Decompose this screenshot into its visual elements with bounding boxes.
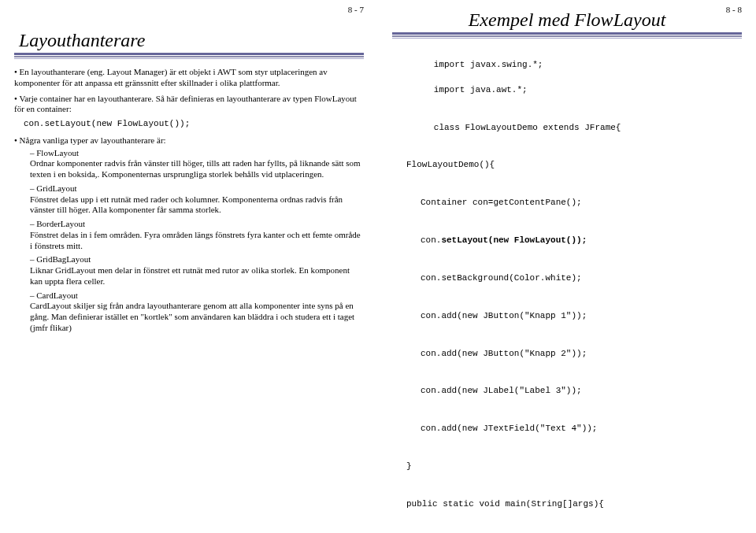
slide-title: Exempel med FlowLayout	[392, 9, 742, 31]
intro-paragraph: En layouthanterare (eng. Layout Manager)…	[14, 67, 364, 89]
item-gridlayout: GridLayoutFönstret delas upp i ett rutnä…	[30, 183, 364, 216]
page-number: 8 - 7	[348, 5, 364, 14]
item-borderlayout: BorderLayoutFönstret delas in i fem områ…	[30, 219, 364, 251]
page-number: 8 - 8	[726, 5, 742, 14]
slide-title: Layouthanterare	[14, 30, 364, 51]
title-underline	[392, 32, 742, 39]
slide-layouthanterare: 8 - 7 Layouthanterare En layouthanterare…	[0, 0, 378, 533]
container-paragraph: Varje container har en layouthanterare. …	[14, 94, 364, 131]
code-line: FlowLayoutDemo(){	[392, 159, 742, 172]
code-line: }	[392, 461, 742, 473]
code-line: con.setBackground(Color.white);	[392, 272, 742, 285]
code-line: class FlowLayoutDemo extends JFrame{	[434, 123, 621, 132]
slide-flowlayout-example: 8 - 8 Exempel med FlowLayout import java…	[378, 0, 756, 533]
title-underline	[14, 53, 364, 59]
item-flowlayout: FlowLayoutOrdnar komponenter radvis från…	[30, 148, 364, 180]
code-block: import javax.swing.*; import java.awt.*;…	[392, 46, 742, 533]
code-line: con.add(new JButton("Knapp 1"));	[392, 310, 742, 323]
item-cardlayout: CardLayoutCardLayout skiljer sig från an…	[30, 291, 364, 334]
code-line: Container con=getContentPane();	[392, 197, 742, 209]
code-line: import java.awt.*;	[434, 85, 528, 94]
code-line: con.add(new JButton("Knapp 2"));	[392, 348, 742, 361]
code-line: import javax.swing.*;	[434, 60, 543, 69]
code-setlayout: con.setLayout(new FlowLayout());	[24, 118, 364, 131]
code-line: con.setLayout(new FlowLayout());	[392, 235, 742, 247]
item-gridbaglayout: GridBagLayoutLiknar GridLayout men delar…	[30, 254, 364, 287]
code-line: public static void main(String[]args){	[392, 498, 742, 511]
code-line: con.add(new JLabel("Label 3"));	[392, 385, 742, 398]
code-line: con.add(new JTextField("Text 4"));	[392, 423, 742, 435]
types-intro: Några vanliga typer av layouthanterare ä…	[14, 135, 364, 334]
